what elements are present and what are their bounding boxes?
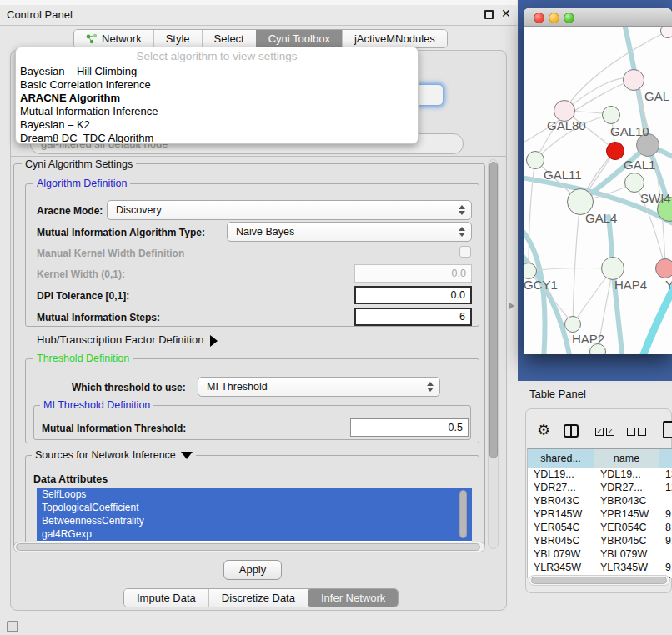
panel-title: Control Panel (7, 8, 73, 21)
dpi-tolerance-label: DPI Tolerance [0,1]: (37, 290, 129, 302)
tab-style[interactable]: Style (153, 30, 202, 48)
attributes-list-scrollbar[interactable] (459, 490, 467, 538)
apply-button[interactable]: Apply (223, 560, 282, 580)
mi-type-combo[interactable]: Naive Bayes (227, 222, 472, 242)
manual-kernel-label: Manual Kernel Width Definition (37, 248, 184, 259)
node-label: GAL (644, 89, 669, 103)
minimized-panel-icon[interactable] (7, 621, 18, 632)
manual-kernel-checkbox[interactable] (459, 246, 471, 258)
control-panel-titlebar: Control Panel (0, 5, 517, 26)
table-row[interactable]: YBR043CYBR043C (528, 494, 672, 508)
dropdown-item-selected[interactable]: ARACNE Algorithm (16, 92, 418, 105)
network-node-selected[interactable] (606, 142, 624, 160)
column-view-icon[interactable] (564, 424, 579, 438)
node-label: HAP4 (614, 278, 647, 292)
table-panel-title: Table Panel (529, 388, 586, 400)
minimize-traffic-light-icon[interactable] (549, 12, 559, 23)
network-icon (86, 33, 98, 44)
data-attributes-label: Data Attributes (33, 473, 108, 485)
select-all-checkboxes-icon[interactable]: ✓✓ (595, 428, 614, 436)
list-item[interactable]: SelfLoops (37, 488, 472, 501)
kernel-width-label: Kernel Width (0,1): (37, 268, 125, 280)
mi-type-label: Mutual Information Algorithm Type: (37, 227, 205, 238)
which-threshold-label: Which threshold to use: (72, 382, 186, 393)
tab-infer-network[interactable]: Infer Network (308, 589, 398, 607)
panel-tabs: Network Style Select Cyni Toolbox jActiv… (73, 29, 448, 48)
network-node-gal11[interactable] (526, 151, 544, 169)
close-icon[interactable]: ✕ (501, 7, 511, 20)
sources-title[interactable]: Sources for Network Inference (32, 449, 196, 461)
node-label: HAP2 (572, 332, 604, 346)
list-item[interactable]: TopologicalCoefficient (37, 501, 472, 514)
column-header[interactable] (659, 449, 672, 468)
table-row[interactable]: YBR045CYBR045C9. (528, 534, 672, 548)
hub-definition-expander[interactable]: Hub/Transcription Factor Definition (37, 333, 218, 347)
list-item[interactable]: BetweennessCentrality (37, 514, 472, 528)
network-node-hap2[interactable] (564, 316, 581, 332)
table-row[interactable]: YDL19...YDL19...13 (528, 468, 672, 481)
dropdown-item[interactable]: Dream8 DC_TDC Algorithm (16, 132, 418, 144)
dropdown-item[interactable]: Mutual Information Inference (16, 105, 418, 118)
screen: Control Panel ✕ Network Style Select Cyn… (0, 0, 672, 635)
node-table: shared... name YDL19...YDL19...13 YDR27.… (527, 448, 672, 578)
table-row[interactable]: YLR345WYLR345W9. (528, 561, 672, 574)
mi-steps-field[interactable]: 6 (354, 308, 472, 326)
algorithm-combo-fragment[interactable] (419, 84, 444, 106)
settings-hscrollbar-thumb[interactable] (16, 543, 480, 551)
dropdown-item[interactable]: Bayesian – K2 (16, 118, 418, 132)
gear-icon[interactable]: ⚙ (537, 421, 550, 438)
network-node-gal1[interactable] (624, 172, 644, 192)
zoom-traffic-light-icon[interactable] (564, 12, 574, 23)
combo-stepper-icon (458, 226, 465, 238)
resize-handle[interactable] (509, 302, 514, 309)
network-window-titlebar[interactable] (524, 8, 672, 27)
mi-steps-label: Mutual Information Steps: (37, 312, 160, 323)
network-view-window: GAL80 GAL10 GAL11 GAL1 SWI4 GAL4 GCY1 HA… (524, 8, 672, 354)
algorithm-definition-title: Algorithm Definition (33, 178, 130, 189)
tab-impute-data[interactable]: Impute Data (124, 589, 208, 607)
tab-discretize-data[interactable]: Discretize Data (208, 589, 308, 607)
table-row[interactable]: YER054CYER054C8. (528, 521, 672, 534)
dropdown-item[interactable]: Basic Correlation Inference (16, 78, 418, 92)
dpi-tolerance-field[interactable]: 0.0 (354, 286, 472, 304)
node-label: Y (665, 278, 672, 292)
table-hscrollbar-thumb[interactable] (531, 577, 667, 584)
aracne-mode-combo[interactable]: Discovery (107, 200, 472, 220)
document-icon[interactable] (663, 421, 672, 438)
which-threshold-combo[interactable]: MI Threshold (198, 377, 440, 397)
tab-select[interactable]: Select (202, 30, 256, 48)
node-label: GAL80 (547, 118, 586, 132)
network-canvas[interactable]: GAL80 GAL10 GAL11 GAL1 SWI4 GAL4 GCY1 HA… (524, 27, 672, 354)
node-label: GAL4 (585, 211, 617, 225)
dropdown-item[interactable]: Bayesian – Hill Climbing (16, 65, 418, 78)
close-traffic-light-icon[interactable] (534, 12, 544, 23)
expand-arrow-icon (210, 335, 218, 347)
network-node[interactable] (655, 258, 672, 278)
node-label: GAL1 (624, 158, 655, 172)
table-row[interactable]: YDR27...YDR27...12 (528, 481, 672, 494)
kernel-width-field[interactable]: 0.0 (354, 264, 472, 282)
algorithm-dropdown-list: Select algorithm to view settings Bayesi… (15, 47, 419, 144)
tab-cyni-toolbox[interactable]: Cyni Toolbox (256, 30, 342, 48)
node-label: GCY1 (524, 278, 558, 292)
float-window-icon[interactable] (484, 10, 494, 19)
table-row[interactable]: YBL079WYBL079W (528, 548, 672, 561)
aracne-mode-label: Aracne Mode: (37, 205, 103, 217)
deselect-checkboxes-icon[interactable] (627, 428, 646, 436)
list-item[interactable]: gal4RGexp (37, 528, 472, 541)
settings-vscrollbar-thumb[interactable] (489, 162, 498, 458)
network-node[interactable] (623, 69, 644, 91)
cyni-bottom-tabs: Impute Data Discretize Data Infer Networ… (123, 588, 399, 608)
tab-jactivemnodules[interactable]: jActiveMNodules (342, 30, 447, 48)
table-row[interactable]: YPR145WYPR145W9. (528, 508, 672, 521)
combo-stepper-icon (458, 204, 465, 216)
mi-threshold-group-title: MI Threshold Definition (40, 399, 153, 411)
network-node-hap4[interactable] (601, 257, 624, 280)
column-header[interactable]: name (594, 449, 659, 468)
tab-network[interactable]: Network (74, 30, 153, 48)
dropdown-placeholder: Select algorithm to view settings (16, 48, 418, 65)
node-label: GAL11 (544, 168, 582, 182)
network-node-gal10[interactable] (602, 106, 620, 124)
mi-threshold-field[interactable]: 0.5 (350, 418, 469, 437)
column-header[interactable]: shared... (528, 449, 594, 468)
